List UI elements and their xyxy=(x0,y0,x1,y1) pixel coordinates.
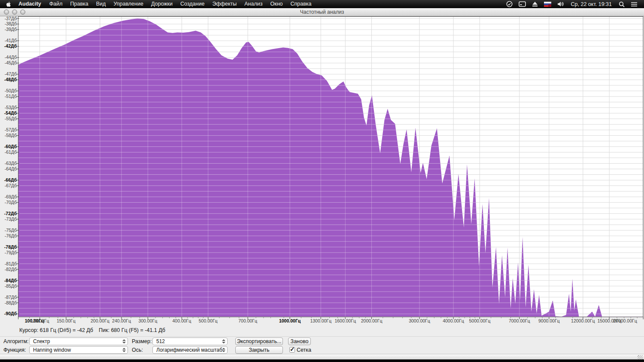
spectrum-plot[interactable] xyxy=(0,0,644,362)
size-select[interactable]: 512 xyxy=(152,338,228,345)
function-select[interactable]: Hanning window xyxy=(29,346,128,354)
menu-Правка[interactable]: Правка xyxy=(67,0,92,8)
resize-grip[interactable] xyxy=(638,355,643,359)
axis-scale-value: Логарифмический масштаб xyxy=(156,347,222,353)
cursor-status-line: Курсор: 618 Гц (D#5) = -42 Дб Пик: 680 Г… xyxy=(0,327,644,334)
menu-bar-left: Audacity ФайлПравкаВидУправлениеДорожкиС… xyxy=(0,0,316,8)
algorithm-value: Спектр xyxy=(33,338,50,345)
menu-bar-right: Ср, 22 окт. 19:31 xyxy=(503,0,644,8)
window-status-strip xyxy=(0,354,644,359)
size-label: Размер: xyxy=(132,338,152,345)
menu-bar-clock[interactable]: Ср, 22 окт. 19:31 xyxy=(567,1,616,7)
display-icon[interactable] xyxy=(516,0,529,8)
peak-readout: Пик: 680 Гц (F5) = -41.1 Дб xyxy=(99,327,165,333)
replot-button[interactable]: Заново xyxy=(288,338,311,345)
menu-Окно[interactable]: Окно xyxy=(266,0,286,8)
stepper-arrows-icon xyxy=(221,338,226,344)
grid-checkbox[interactable]: ✓ xyxy=(289,347,295,353)
algorithm-select[interactable]: Спектр xyxy=(29,338,128,345)
menu-Управление[interactable]: Управление xyxy=(109,0,147,8)
menu-Дорожки[interactable]: Дорожки xyxy=(147,0,176,8)
function-label: Функция: xyxy=(3,346,26,354)
menu-Эффекты[interactable]: Эффекты xyxy=(208,0,240,8)
volume-icon[interactable] xyxy=(554,0,567,8)
menu-Файл[interactable]: Файл xyxy=(46,0,67,8)
panel-divider xyxy=(0,336,644,337)
stepper-arrows-icon xyxy=(122,347,126,353)
menu-Справка[interactable]: Справка xyxy=(287,0,316,8)
menu-app-name[interactable]: Audacity xyxy=(14,0,46,8)
cursor-readout: Курсор: 618 Гц (D#5) = -42 Дб xyxy=(19,327,93,333)
apple-menu[interactable] xyxy=(0,1,14,7)
checkmark-circle-icon[interactable] xyxy=(503,0,516,8)
check-icon: ✓ xyxy=(290,346,295,353)
algorithm-label: Алгоритм: xyxy=(3,338,29,345)
menu-Вид[interactable]: Вид xyxy=(92,0,110,8)
axis-label: Ось: xyxy=(132,346,143,354)
size-value: 512 xyxy=(156,338,165,345)
stepper-arrows-icon xyxy=(221,347,226,353)
export-button[interactable]: Экспортировать... xyxy=(235,338,283,345)
menu-Создание[interactable]: Создание xyxy=(176,0,208,8)
axis-scale-select[interactable]: Логарифмический масштаб xyxy=(152,346,228,354)
stepper-arrows-icon xyxy=(122,338,126,344)
spotlight-search-icon[interactable] xyxy=(616,0,628,8)
close-button[interactable]: Закрыть xyxy=(235,346,283,354)
desktop-background xyxy=(0,359,644,362)
screen: Audacity ФайлПравкаВидУправлениеДорожкиС… xyxy=(0,0,644,362)
eject-icon[interactable] xyxy=(529,0,541,8)
notification-center-icon[interactable] xyxy=(628,0,641,8)
menu-items: ФайлПравкаВидУправлениеДорожкиСозданиеЭф… xyxy=(46,0,316,8)
ru-keyboard-flag-icon[interactable] xyxy=(541,0,554,8)
apple-icon xyxy=(6,1,12,7)
grid-checkbox-label: Сетка xyxy=(297,347,311,353)
menu-bar: Audacity ФайлПравкаВидУправлениеДорожкиС… xyxy=(0,0,644,8)
function-value: Hanning window xyxy=(33,347,71,353)
menu-Анализ[interactable]: Анализ xyxy=(240,0,266,8)
